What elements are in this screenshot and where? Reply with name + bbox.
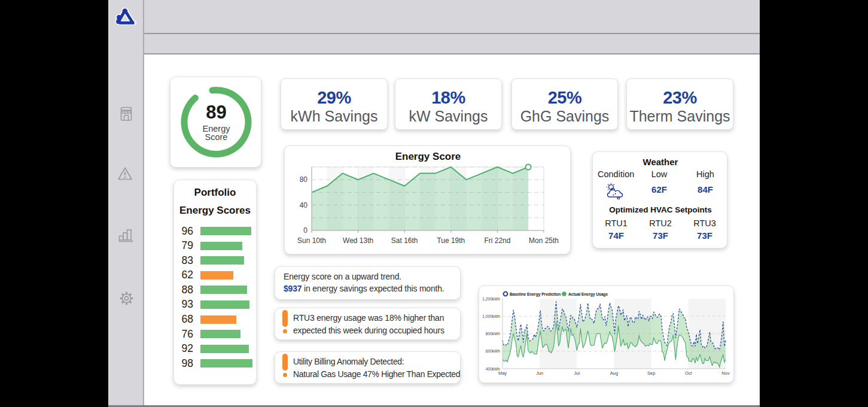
- svg-text:800kWh: 800kWh: [486, 332, 501, 336]
- svg-text:Actual Energy Usage: Actual Energy Usage: [568, 292, 608, 297]
- svg-text:0: 0: [303, 226, 307, 235]
- svg-text:Fri 22nd: Fri 22nd: [484, 236, 510, 245]
- svg-text:Baseline Energy Prediction: Baseline Energy Prediction: [510, 292, 561, 297]
- svg-text:Mon 25th: Mon 25th: [529, 236, 559, 245]
- svg-text:Sat 16th: Sat 16th: [391, 236, 418, 245]
- svg-text:Sep: Sep: [647, 370, 655, 376]
- svg-text:1,000kWh: 1,000kWh: [482, 314, 500, 318]
- svg-text:40: 40: [300, 201, 308, 209]
- svg-text:May: May: [498, 370, 507, 376]
- svg-text:600kWh: 600kWh: [486, 349, 501, 353]
- svg-text:Sun 10th: Sun 10th: [297, 236, 326, 245]
- svg-text:Tue 19th: Tue 19th: [437, 236, 465, 245]
- svg-text:1,200kWh: 1,200kWh: [482, 297, 500, 301]
- svg-text:80: 80: [300, 175, 308, 184]
- svg-text:Oct: Oct: [685, 370, 693, 376]
- svg-text:Jul: Jul: [574, 370, 580, 376]
- svg-text:Nov: Nov: [721, 370, 730, 376]
- svg-text:Jun: Jun: [536, 370, 543, 376]
- svg-text:Aug: Aug: [610, 370, 618, 376]
- svg-text:Wed 13th: Wed 13th: [343, 236, 373, 245]
